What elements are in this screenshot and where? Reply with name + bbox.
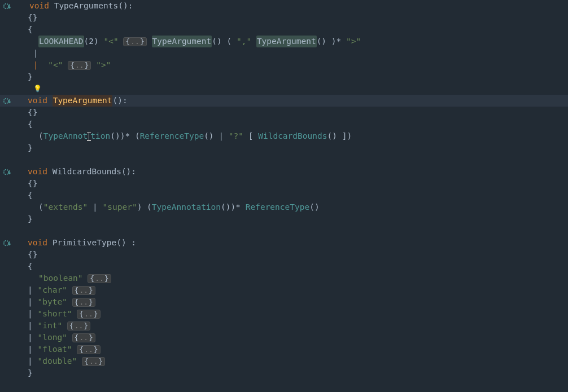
type-ref: TypeAnnotation xyxy=(152,201,221,213)
code-line-active[interactable]: void TypeArgument(): xyxy=(0,95,568,107)
method-name: TypeArguments xyxy=(54,0,119,12)
string-token: "char" xyxy=(37,284,67,296)
code-line[interactable]: | "<" {..} ">" xyxy=(0,59,568,71)
keyword: void xyxy=(28,95,47,107)
punct: {} xyxy=(28,12,37,24)
keyword: void xyxy=(28,166,47,178)
code-line[interactable]: "boolean" {..} xyxy=(0,272,568,284)
type-ref: ReferenceType xyxy=(246,201,310,213)
code-line[interactable]: (TypeAnnottion())* (ReferenceType() | "?… xyxy=(0,130,568,142)
code-line[interactable]: | "double" {..} xyxy=(0,355,568,367)
method-def: TypeArgument xyxy=(53,95,113,107)
string-token: "boolean" xyxy=(38,272,83,284)
code-line[interactable]: } xyxy=(0,71,568,83)
code-line[interactable]: void TypeArguments () : xyxy=(0,0,568,12)
text-cursor-icon xyxy=(86,132,91,141)
fold-placeholder[interactable]: {..} xyxy=(82,357,105,366)
string-token: "super" xyxy=(103,201,137,213)
gutter[interactable] xyxy=(0,239,20,247)
type-ref: TypeAnnot xyxy=(43,130,88,142)
punct: : xyxy=(128,0,133,12)
string-token: "?" xyxy=(229,130,243,142)
method-name: WildcardBounds xyxy=(53,166,121,178)
code-editor[interactable]: void TypeArguments () : {} { LOOKAHEAD(2… xyxy=(0,0,568,391)
string-token: ">" xyxy=(346,36,361,47)
svg-point-3 xyxy=(4,240,9,245)
string-token: "extends" xyxy=(43,201,88,213)
gutter[interactable] xyxy=(0,97,20,105)
fold-placeholder[interactable]: {..} xyxy=(77,310,100,319)
gutter[interactable] xyxy=(0,2,20,10)
code-line[interactable]: | "long" {..} xyxy=(0,332,568,343)
code-line[interactable]: {} xyxy=(0,107,568,118)
run-method-icon[interactable] xyxy=(3,168,11,176)
string-token: "<" xyxy=(48,59,63,71)
fold-placeholder[interactable]: {..} xyxy=(123,37,146,46)
code-line[interactable]: | "byte" {..} xyxy=(0,296,568,308)
code-line[interactable]: 💡 xyxy=(0,83,568,95)
intention-bulb-icon[interactable]: 💡 xyxy=(33,83,42,95)
string-token: "byte" xyxy=(37,296,67,308)
fold-placeholder[interactable]: {..} xyxy=(88,274,111,283)
code-line[interactable]: { xyxy=(0,261,568,272)
type-ref: TypeArgument xyxy=(256,36,317,47)
fold-placeholder[interactable]: {..} xyxy=(68,61,91,70)
fold-placeholder[interactable]: {..} xyxy=(72,333,95,342)
code-line[interactable]: ("extends" | "super") (TypeAnnotation())… xyxy=(0,201,568,213)
code-line[interactable]: {} xyxy=(0,12,568,24)
type-ref: TypeArgument xyxy=(152,36,212,47)
code-line[interactable]: { xyxy=(0,118,568,130)
code-line[interactable]: | "char" {..} xyxy=(0,284,568,296)
punct: | xyxy=(33,47,38,59)
fold-chevron-icon[interactable] xyxy=(21,3,27,9)
code-line[interactable]: { xyxy=(0,24,568,36)
run-method-icon[interactable] xyxy=(3,239,11,247)
code-line[interactable]: void WildcardBounds(): xyxy=(0,166,568,178)
code-line[interactable] xyxy=(0,154,568,166)
svg-point-2 xyxy=(4,169,9,174)
code-line[interactable]: } xyxy=(0,142,568,154)
code-line[interactable]: } xyxy=(0,367,568,379)
code-line[interactable]: | "int" {..} xyxy=(0,320,568,332)
punct: | xyxy=(33,59,38,71)
code-line[interactable]: {} xyxy=(0,249,568,261)
string-token: "double" xyxy=(37,355,77,367)
code-line[interactable] xyxy=(0,225,568,237)
code-line[interactable] xyxy=(0,379,568,391)
keyword: void xyxy=(29,0,49,12)
type-ref: WildcardBounds xyxy=(258,130,327,142)
svg-point-0 xyxy=(4,3,9,8)
svg-point-1 xyxy=(4,98,9,103)
code-line[interactable]: void PrimitiveType() : xyxy=(0,237,568,249)
code-line[interactable]: {} xyxy=(0,178,568,190)
run-method-icon[interactable] xyxy=(3,97,11,105)
string-token: "long" xyxy=(37,332,67,343)
fold-placeholder[interactable]: {..} xyxy=(77,345,100,354)
run-method-icon[interactable] xyxy=(3,2,11,10)
string-token: ">" xyxy=(96,59,111,71)
fold-placeholder[interactable]: {..} xyxy=(72,286,95,295)
string-token: "int" xyxy=(37,320,62,332)
code-line[interactable]: } xyxy=(0,213,568,225)
keyword: void xyxy=(28,237,47,249)
code-line[interactable]: | xyxy=(0,47,568,59)
fold-placeholder[interactable]: {..} xyxy=(72,298,95,307)
string-token: "," xyxy=(237,36,251,47)
fold-placeholder[interactable]: {..} xyxy=(67,321,90,331)
punct: { xyxy=(28,24,33,36)
code-line[interactable]: LOOKAHEAD(2) "<" {..} TypeArgument() ( "… xyxy=(0,36,568,47)
string-token: "<" xyxy=(104,36,119,47)
string-token: "float" xyxy=(37,343,72,355)
gutter[interactable] xyxy=(0,168,20,176)
code-line[interactable]: | "short" {..} xyxy=(0,308,568,320)
code-line[interactable]: { xyxy=(0,190,568,201)
type-ref: ReferenceType xyxy=(140,130,204,142)
code-line[interactable]: | "float" {..} xyxy=(0,343,568,355)
method-name: PrimitiveType xyxy=(53,237,117,249)
punct: () xyxy=(118,0,128,12)
string-token: "short" xyxy=(37,308,72,320)
lookahead-call: LOOKAHEAD xyxy=(38,36,84,47)
